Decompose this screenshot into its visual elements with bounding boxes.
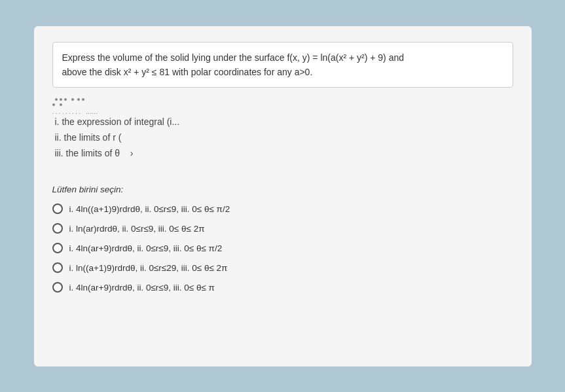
scatter-dots-row1 bbox=[55, 98, 513, 101]
sub-item-ii: ii. the limits of r ( bbox=[55, 132, 513, 143]
radio-4[interactable] bbox=[52, 262, 63, 273]
sub-item-i-label: i. the expression of integral (i... bbox=[55, 116, 180, 127]
scatter-dots-row3: ......... ...... bbox=[52, 107, 513, 115]
radio-5[interactable] bbox=[52, 282, 63, 293]
please-select-label: Lütfen birini seçin: bbox=[52, 185, 513, 194]
radio-1[interactable] bbox=[52, 204, 63, 214]
question-line1: Express the volume of the solid lying un… bbox=[62, 52, 405, 63]
option-3[interactable]: i. 4ln(ar+9)rdrdθ, ii. 0≤r≤9, iii. 0≤ θ≤… bbox=[52, 243, 513, 253]
sub-questions-block: i. the expression of integral (i... ii. … bbox=[52, 116, 513, 158]
option-1[interactable]: i. 4ln((a+1)9)rdrdθ, ii. 0≤r≤9, iii. 0≤ … bbox=[52, 204, 513, 214]
spacer bbox=[52, 171, 513, 185]
option-5[interactable]: i. 4ln(ar+9)rdrdθ, ii. 0≤r≤9, iii. 0≤ θ≤… bbox=[52, 282, 513, 293]
sub-item-iii: iii. the limits of θ › bbox=[55, 148, 513, 158]
option-2[interactable]: i. ln(ar)rdrdθ, ii. 0≤r≤9, iii. 0≤ θ≤ 2π bbox=[52, 223, 513, 234]
option-2-text: i. ln(ar)rdrdθ, ii. 0≤r≤9, iii. 0≤ θ≤ 2π bbox=[69, 224, 205, 234]
option-4[interactable]: i. ln((a+1)9)rdrdθ, ii. 0≤r≤29, iii. 0≤ … bbox=[52, 262, 513, 273]
radio-2[interactable] bbox=[52, 223, 63, 234]
question-line2: above the disk x² + y² ≤ 81 with polar c… bbox=[62, 67, 313, 77]
question-block: Express the volume of the solid lying un… bbox=[52, 42, 513, 88]
scatter-dots-row2 bbox=[52, 103, 513, 106]
radio-3[interactable] bbox=[52, 243, 63, 253]
options-list: i. 4ln((a+1)9)rdrdθ, ii. 0≤r≤9, iii. 0≤ … bbox=[52, 204, 513, 293]
question-card: Express the volume of the solid lying un… bbox=[34, 26, 532, 366]
option-4-text: i. ln((a+1)9)rdrdθ, ii. 0≤r≤29, iii. 0≤ … bbox=[69, 263, 228, 273]
option-3-text: i. 4ln(ar+9)rdrdθ, ii. 0≤r≤9, iii. 0≤ θ≤… bbox=[69, 243, 223, 253]
sub-item-ii-label: ii. the limits of r ( bbox=[55, 132, 122, 143]
option-1-text: i. 4ln((a+1)9)rdrdθ, ii. 0≤r≤9, iii. 0≤ … bbox=[69, 204, 230, 214]
option-5-text: i. 4ln(ar+9)rdrdθ, ii. 0≤r≤9, iii. 0≤ θ≤… bbox=[69, 283, 215, 293]
sub-item-i: i. the expression of integral (i... bbox=[55, 116, 513, 127]
sub-item-iii-label: iii. the limits of θ › bbox=[55, 148, 134, 158]
